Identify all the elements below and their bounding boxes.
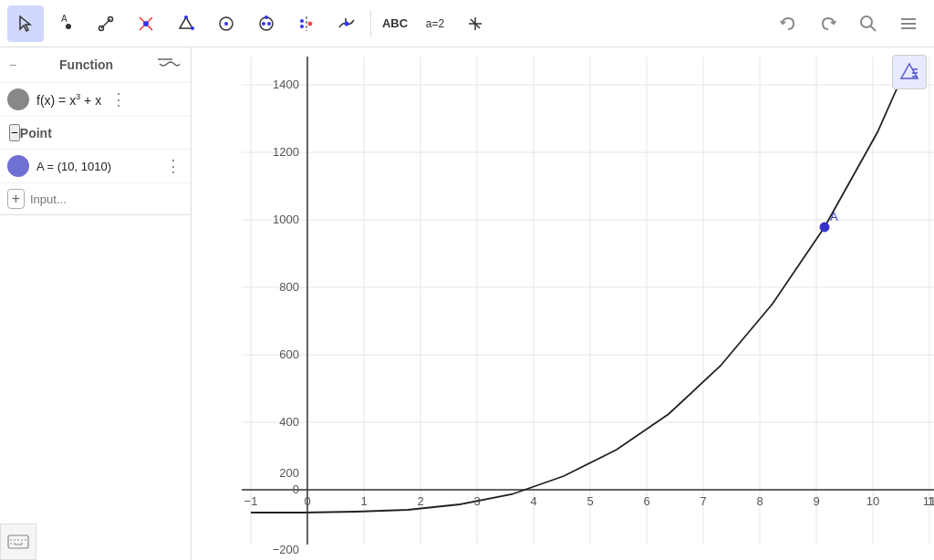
svg-rect-82 (8, 535, 28, 548)
svg-point-10 (191, 26, 194, 30)
function-formula: f(x) = x3 + x (36, 92, 101, 108)
svg-text:2: 2 (417, 494, 423, 508)
tool-measure[interactable]: a=2 (417, 5, 453, 42)
point-item[interactable]: A = (10, 1010) ⋮ (0, 150, 191, 183)
tool-point[interactable]: A (47, 5, 84, 42)
undo-button[interactable] (770, 5, 806, 42)
svg-point-14 (262, 22, 265, 26)
svg-text:1: 1 (360, 494, 367, 508)
svg-text:400: 400 (279, 415, 299, 429)
svg-point-12 (224, 22, 228, 26)
svg-text:1200: 1200 (273, 145, 299, 159)
svg-text:1000: 1000 (273, 213, 299, 226)
function-section-title: Function (59, 57, 113, 72)
tool-text[interactable]: ABC (377, 5, 413, 42)
tool-line[interactable] (88, 5, 124, 42)
svg-point-19 (308, 22, 312, 26)
svg-point-16 (265, 16, 268, 19)
point-section-header: − Point (0, 117, 191, 150)
toolbar-right (770, 5, 927, 42)
svg-point-21 (345, 21, 349, 26)
graph-overlay-btn[interactable] (892, 55, 927, 89)
svg-point-9 (184, 16, 188, 19)
svg-point-7 (144, 21, 149, 26)
svg-text:1400: 1400 (273, 78, 299, 91)
graph-canvas: −1 0 1 2 3 4 5 6 7 8 9 10 11 12 1400 120… (192, 47, 934, 560)
point-label: A = (10, 1010) (36, 160, 156, 173)
keyboard-button[interactable] (0, 524, 36, 560)
svg-text:7: 7 (700, 494, 706, 508)
point-a-dot (820, 223, 829, 232)
svg-point-17 (300, 19, 304, 23)
svg-text:A: A (61, 15, 67, 24)
svg-point-15 (267, 22, 271, 26)
function-collapse-btn[interactable]: − (9, 57, 16, 72)
function-section-header: − Function (0, 47, 191, 83)
expression-input[interactable] (30, 192, 183, 206)
svg-point-18 (300, 25, 304, 28)
svg-text:0: 0 (293, 482, 299, 496)
svg-point-1 (66, 24, 71, 29)
point-color-swatch (7, 155, 29, 177)
svg-text:8: 8 (756, 494, 763, 508)
redo-button[interactable] (810, 5, 846, 42)
tool-circle2[interactable] (248, 5, 285, 42)
svg-text:4: 4 (530, 494, 536, 508)
svg-text:−1: −1 (244, 494, 258, 508)
function-color-swatch (7, 88, 29, 110)
svg-text:600: 600 (279, 347, 299, 361)
tool-transform[interactable] (457, 5, 493, 42)
sidebar: − Function f(x) = x3 + x ⋮ − Point (0, 47, 192, 560)
point-collapse-btn[interactable]: − (9, 124, 20, 141)
tool-move-along[interactable] (328, 5, 365, 42)
svg-line-27 (870, 26, 876, 31)
add-input-row: + (0, 183, 191, 215)
point-menu-btn[interactable]: ⋮ (163, 156, 183, 176)
svg-text:9: 9 (813, 494, 819, 508)
toolbar-separator (370, 10, 371, 37)
svg-text:10: 10 (867, 494, 879, 508)
svg-text:200: 200 (279, 466, 299, 480)
tool-select[interactable] (7, 5, 44, 42)
point-section-title: Point (20, 126, 52, 140)
add-expression-btn[interactable]: + (7, 189, 25, 209)
svg-text:5: 5 (586, 494, 593, 508)
main-area: − Function f(x) = x3 + x ⋮ − Point (0, 47, 934, 560)
measure-icon: a=2 (426, 17, 444, 30)
text-icon: ABC (382, 16, 408, 30)
svg-rect-32 (242, 57, 930, 549)
tool-polygon[interactable] (168, 5, 204, 42)
tool-reflect[interactable] (288, 5, 325, 42)
search-button[interactable] (850, 5, 887, 42)
function-item[interactable]: f(x) = x3 + x ⋮ (0, 83, 191, 117)
function-sort-btn[interactable] (156, 55, 182, 75)
point-a-label: A (830, 210, 838, 223)
menu-button[interactable] (890, 5, 927, 42)
svg-text:12: 12 (928, 494, 934, 508)
svg-text:0: 0 (304, 494, 310, 508)
toolbar: A (0, 0, 934, 47)
tool-circle[interactable] (208, 5, 244, 42)
graph-area[interactable]: −1 0 1 2 3 4 5 6 7 8 9 10 11 12 1400 120… (192, 47, 934, 560)
tool-intersect[interactable] (128, 5, 164, 42)
svg-text:6: 6 (643, 494, 649, 508)
svg-text:−200: −200 (273, 543, 299, 556)
svg-text:800: 800 (279, 280, 299, 294)
function-menu-btn[interactable]: ⋮ (109, 89, 129, 109)
